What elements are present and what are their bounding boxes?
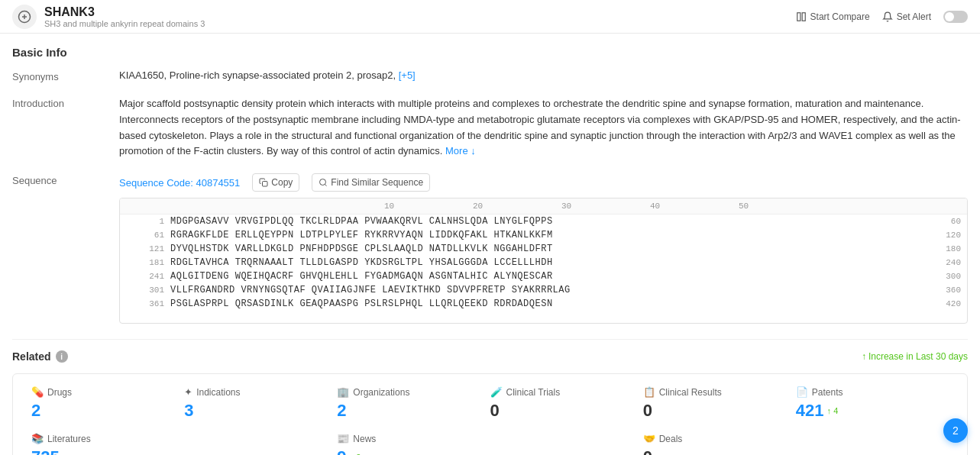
related-item-label: Deals — [659, 434, 683, 444]
intro-row: Introduction Major scaffold postsynaptic… — [12, 96, 968, 160]
seq-line-end: 120 — [930, 231, 961, 240]
related-item-icon: 📋 — [643, 386, 655, 398]
gene-icon — [12, 5, 37, 29]
related-item-icon: 🧪 — [490, 386, 503, 398]
related-item-label: Clinical Results — [659, 387, 722, 398]
seq-line-data: PSGLASPRPL QRSASDINLK GEAQPAASPG PSLRSLP… — [170, 298, 930, 309]
related-item-header: 💊 Drugs — [31, 386, 184, 398]
related-count-wrapper: 0 — [643, 401, 796, 421]
find-similar-button[interactable]: Find Similar Sequence — [312, 173, 430, 192]
related-count-value: 0 — [643, 447, 652, 455]
seq-line-data: RGRAGKFLDE ERLLQEYPPN LDTPLPYLEF RYKRRVY… — [170, 230, 930, 240]
sequence-rows[interactable]: 1 MDGPGASAVV VRVGIPDLQQ TKCLRLDPAA PVWAA… — [120, 215, 967, 318]
related-item-label: Clinical Trials — [506, 387, 561, 398]
related-count-value: 2 — [337, 401, 346, 421]
sequence-code-link[interactable]: Sequence Code: 40874551 — [119, 177, 240, 189]
related-row-1: 💊 Drugs 2 ✦ Indications 3 🏢 Organization… — [31, 386, 949, 421]
main-content: Basic Info Synonyms KIAA1650, Proline-ri… — [0, 34, 980, 455]
copy-button[interactable]: Copy — [252, 173, 299, 192]
related-item-news[interactable]: 📰 News 9 ↑ 2 — [337, 433, 642, 455]
ruler-mark-30: 30 — [522, 202, 611, 211]
synonyms-row: Synonyms KIAA1650, Proline-rich synapse-… — [12, 69, 968, 82]
related-row-2: 📚 Literatures 725 📰 News 9 ↑ 2 🤝 Deals — [31, 433, 949, 455]
sequence-row-item: 1 MDGPGASAVV VRVGIPDLQQ TKCLRLDPAA PVWAA… — [120, 215, 967, 228]
related-item-organizations[interactable]: 🏢 Organizations 2 — [337, 386, 490, 421]
start-compare-button[interactable]: Start Compare — [796, 11, 870, 22]
gene-subtitle: SH3 and multiple ankyrin repeat domains … — [44, 19, 205, 28]
related-item-header: 📄 Patents — [796, 386, 949, 398]
more-link[interactable]: More ↓ — [445, 145, 476, 157]
synonyms-label: Synonyms — [12, 69, 119, 82]
seq-line-num: 241 — [126, 272, 164, 281]
related-item-indications[interactable]: ✦ Indications 3 — [184, 386, 337, 421]
header-left: SHANK3 SH3 and multiple ankyrin repeat d… — [12, 5, 205, 29]
related-count-wrapper: 9 ↑ 2 — [337, 447, 642, 455]
related-item-drugs[interactable]: 💊 Drugs 2 — [31, 386, 184, 421]
svg-rect-2 — [802, 12, 805, 21]
related-item-clinical-results[interactable]: 📋 Clinical Results 0 — [643, 386, 796, 421]
compare-icon — [796, 11, 807, 22]
sequence-content: Sequence Code: 40874551 Copy Find Simila… — [119, 173, 968, 324]
related-item-icon: 🏢 — [337, 386, 349, 398]
related-item-clinical-trials[interactable]: 🧪 Clinical Trials 0 — [490, 386, 643, 421]
alert-toggle[interactable] — [943, 11, 968, 23]
sequence-box: 10 20 30 40 50 1 MDGPGASAVV VRVGIPDLQQ T… — [119, 198, 968, 324]
seq-line-num: 121 — [126, 244, 164, 253]
bell-icon — [882, 11, 893, 22]
svg-point-4 — [320, 179, 326, 186]
sequence-row-item: 361 PSGLASPRPL QRSASDINLK GEAQPAASPG PSL… — [120, 297, 967, 311]
related-count-value: 725 — [31, 447, 60, 455]
related-item-icon: 📄 — [796, 386, 808, 398]
seq-line-end: 240 — [930, 258, 961, 267]
seq-line-num: 181 — [126, 258, 164, 267]
related-item-deals[interactable]: 🤝 Deals 0 — [643, 433, 949, 455]
related-header: Related i ↑ Increase in Last 30 days — [12, 350, 968, 363]
related-item-literatures[interactable]: 📚 Literatures 725 — [31, 433, 337, 455]
related-count-wrapper: 725 — [31, 447, 337, 455]
related-item-header: 🧪 Clinical Trials — [490, 386, 643, 398]
ruler-mark-40: 40 — [611, 202, 700, 211]
related-count-wrapper: 3 — [184, 401, 337, 421]
seq-line-data: AQLGITDENG WQEIHQACRF GHVQHLEHLL FYGADMG… — [170, 271, 930, 282]
related-count-value: 0 — [643, 401, 652, 421]
increase-label: ↑ Increase in Last 30 days — [862, 351, 968, 362]
gene-name: SHANK3 — [44, 5, 205, 19]
seq-line-num: 301 — [126, 286, 164, 295]
set-alert-button[interactable]: Set Alert — [882, 11, 931, 22]
related-count-value: 9 — [337, 447, 346, 455]
related-item-label: Literatures — [47, 434, 91, 444]
related-item-label: Indications — [196, 387, 240, 398]
seq-line-end: 300 — [930, 272, 961, 281]
related-item-icon: ✦ — [184, 386, 192, 398]
sequence-row-item: 121 DYVQLHSTDK VARLLDKGLD PNFHDPDSGE CPL… — [120, 242, 967, 256]
seq-line-num: 361 — [126, 299, 164, 308]
related-count-wrapper: 2 — [337, 401, 490, 421]
related-item-header: 📋 Clinical Results — [643, 386, 796, 398]
ruler-mark-50: 50 — [700, 202, 788, 211]
sequence-row-item: 301 VLLFRGANDRD VRNYNGSQTAF QVAIIAGJNFE … — [120, 283, 967, 297]
gene-info: SHANK3 SH3 and multiple ankyrin repeat d… — [44, 5, 205, 28]
search-icon — [319, 178, 328, 187]
float-action-button[interactable]: 2 — [943, 418, 968, 443]
seq-line-end: 180 — [930, 244, 961, 253]
seq-line-num: 1 — [126, 217, 164, 226]
related-item-icon: 📚 — [31, 433, 44, 444]
related-item-patents[interactable]: 📄 Patents 421 ↑ 4 — [796, 386, 949, 421]
related-item-icon: 💊 — [31, 386, 44, 398]
related-count-value: 421 — [796, 401, 824, 421]
sequence-header: Sequence Code: 40874551 Copy Find Simila… — [119, 173, 968, 192]
synonyms-more-link[interactable]: [+5] — [399, 69, 416, 81]
related-info-icon[interactable]: i — [56, 350, 68, 363]
related-count-value: 3 — [184, 401, 193, 421]
basic-info-title: Basic Info — [12, 46, 968, 59]
related-item-icon: 📰 — [337, 433, 349, 444]
header: SHANK3 SH3 and multiple ankyrin repeat d… — [0, 0, 980, 34]
related-item-icon: 🤝 — [643, 433, 655, 444]
seq-line-data: DYVQLHSTDK VARLLDKGLD PNFHDPDSGE CPLSLAA… — [170, 244, 930, 254]
related-item-label: News — [353, 434, 376, 444]
intro-label: Introduction — [12, 96, 119, 160]
related-item-header: 🏢 Organizations — [337, 386, 490, 398]
seq-line-end: 60 — [930, 217, 961, 226]
seq-line-data: VLLFRGANDRD VRNYNGSQTAF QVAIIAGJNFE LAEV… — [170, 285, 930, 295]
related-grid: 💊 Drugs 2 ✦ Indications 3 🏢 Organization… — [12, 373, 968, 455]
